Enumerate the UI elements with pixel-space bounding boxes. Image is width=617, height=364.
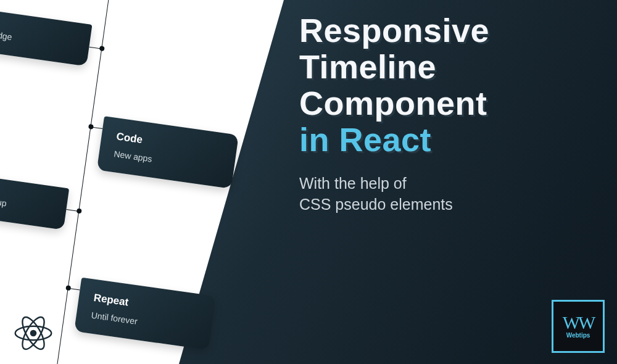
logo-label: Webtips bbox=[566, 332, 590, 339]
title-line-1: Responsive bbox=[299, 12, 598, 49]
react-icon bbox=[14, 313, 53, 353]
logo-mark: WW bbox=[563, 314, 594, 331]
timeline-card-body: e sun comes up bbox=[0, 190, 52, 215]
subtitle: With the help of CSS pseudo elements bbox=[299, 173, 598, 215]
svg-point-0 bbox=[30, 330, 37, 337]
timeline-card-body: n the fridge bbox=[0, 26, 75, 51]
timeline-card-title bbox=[0, 184, 53, 199]
timeline-card: e sun comes up bbox=[0, 170, 69, 230]
timeline-card: Code New apps bbox=[97, 116, 239, 189]
title-line-4: in React bbox=[299, 122, 598, 158]
title-line-3: Component bbox=[299, 85, 598, 122]
title-line-2: Timeline bbox=[299, 49, 598, 85]
subtitle-line-2: CSS pseudo elements bbox=[299, 196, 453, 213]
webtips-logo: WW Webtips bbox=[552, 300, 605, 353]
timeline-card: Repeat Until forever bbox=[74, 278, 216, 350]
hero-text-block: Responsive Timeline Component in React W… bbox=[299, 12, 598, 215]
subtitle-line-1: With the help of bbox=[299, 175, 407, 192]
timeline-card: n the fridge bbox=[0, 6, 93, 66]
timeline: n the fridge Code New apps e sun comes u… bbox=[0, 0, 296, 364]
